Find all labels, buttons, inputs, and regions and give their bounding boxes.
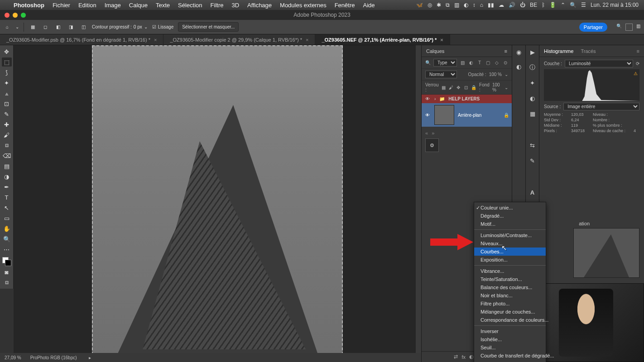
warning-icon[interactable]: ⚠ xyxy=(634,71,638,76)
search-icon[interactable]: 🔍 xyxy=(425,60,431,65)
filter-icon[interactable]: ◇ xyxy=(494,60,500,66)
chevron-right-icon[interactable]: ▸ xyxy=(89,355,91,360)
layer-item[interactable]: 👁 Arrière-plan 🔒 xyxy=(422,103,512,127)
menu-item[interactable]: Exposition... xyxy=(474,256,546,264)
chevron-down-icon[interactable]: ⌄ xyxy=(505,72,508,77)
menu-item[interactable]: Affichage xyxy=(247,2,272,9)
paths-tab[interactable]: Tracés xyxy=(581,48,596,54)
eraser-tool-icon[interactable]: ⌫ xyxy=(2,151,12,160)
marquee-tool-icon[interactable]: ▦ xyxy=(29,23,37,31)
menu-item[interactable]: Image xyxy=(105,2,121,9)
menu-item[interactable]: Edition xyxy=(78,2,96,9)
color-icon[interactable]: ◉ xyxy=(515,48,523,56)
dodge-tool-icon[interactable]: ◑ xyxy=(2,172,12,181)
battery-icon[interactable]: 🔋 xyxy=(549,2,556,8)
brush-tool-icon[interactable]: 🖌 xyxy=(2,130,12,139)
layer-group[interactable]: 👁 › 📁 HELP LAYERS xyxy=(422,95,512,103)
document-canvas[interactable] xyxy=(92,45,343,353)
info-icon[interactable]: ⓘ xyxy=(529,63,537,71)
close-icon[interactable]: × xyxy=(306,37,308,43)
navigation-tab-partial[interactable]: ation xyxy=(579,221,590,226)
status-icon[interactable]: ↕ xyxy=(473,2,476,8)
histogram-tab[interactable]: Histogramme xyxy=(544,48,573,54)
chevron-right-icon[interactable]: › xyxy=(434,96,436,101)
feather-value[interactable]: 0 px xyxy=(134,24,142,29)
hand-tool-icon[interactable]: ✋ xyxy=(2,224,12,233)
control-center-icon[interactable]: ☰ xyxy=(581,2,586,8)
healing-tool-icon[interactable]: ✚ xyxy=(2,120,12,129)
add-selection-icon[interactable]: ◧ xyxy=(54,23,62,31)
lock-artboard-icon[interactable]: ⊡ xyxy=(464,84,468,90)
character-icon[interactable]: A xyxy=(529,188,537,196)
menu-item[interactable]: Correspondance de couleurs... xyxy=(474,316,546,324)
lock-pixels-icon[interactable]: 🖌 xyxy=(449,84,453,90)
properties-icon[interactable]: ✦ xyxy=(529,79,537,87)
search-icon[interactable]: 🔍 xyxy=(570,2,577,8)
zoom-tool-icon[interactable]: 🔍 xyxy=(2,234,12,243)
filter-icon[interactable]: ◐ xyxy=(468,60,474,66)
eyedropper-tool-icon[interactable]: ✎ xyxy=(2,110,12,119)
workspace-icon[interactable] xyxy=(625,24,633,31)
fill-value[interactable]: 100 % xyxy=(492,82,502,92)
menu-item[interactable]: Courbes... xyxy=(474,248,546,256)
crop-tool-icon[interactable]: ⟁ xyxy=(2,89,12,98)
move-tool-icon[interactable]: ✥ xyxy=(2,47,12,56)
close-icon[interactable]: × xyxy=(154,37,157,43)
document-tab[interactable]: _OZ93605-Modifier copie 2 @ 29,9% (Calqu… xyxy=(163,34,315,45)
menu-item[interactable]: Texte xyxy=(156,2,170,9)
visibility-icon[interactable]: 👁 xyxy=(424,96,431,101)
app-name[interactable]: Photoshop xyxy=(14,2,44,9)
menu-item[interactable]: 3D xyxy=(231,2,239,9)
search-icon[interactable]: 🔍 xyxy=(616,24,622,31)
status-icon[interactable]: ▥ xyxy=(454,2,459,8)
menu-item[interactable]: Niveaux... xyxy=(474,239,546,248)
visibility-icon[interactable]: 👁 xyxy=(424,113,431,118)
adjustments-icon[interactable]: ⚙ xyxy=(425,138,439,152)
frame-tool-icon[interactable]: ⊡ xyxy=(2,99,12,108)
fx-icon[interactable]: fx xyxy=(461,354,466,360)
status-icon[interactable]: ⌂ xyxy=(480,2,483,8)
layer-thumbnail[interactable] xyxy=(434,105,454,125)
document-tab[interactable]: _OZ93605.NEF @ 27,1% (Arrière-plan, RVB/… xyxy=(315,34,450,45)
chevron-left-icon[interactable]: « xyxy=(425,130,428,136)
clone-icon[interactable]: ✎ xyxy=(529,157,537,165)
filter-type-select[interactable]: Type xyxy=(433,59,457,67)
more-tools-icon[interactable]: ⋯ xyxy=(2,245,12,254)
color-swatches[interactable] xyxy=(2,257,11,266)
status-icon[interactable]: ☁ xyxy=(499,2,504,8)
lasso-tool-icon[interactable]: ⟆ xyxy=(2,68,12,77)
status-icon[interactable]: ⏻ xyxy=(520,2,525,8)
layers-tab[interactable]: Calques xyxy=(426,48,444,54)
status-icon[interactable]: ✱ xyxy=(437,2,441,8)
caret-icon[interactable]: ⌄ xyxy=(15,24,19,29)
select-and-mask-button[interactable]: Sélectionner et masquer... xyxy=(178,22,239,32)
caret-icon[interactable]: ⌄ xyxy=(144,24,148,29)
panel-menu-icon[interactable]: ≡ xyxy=(505,48,507,54)
menu-item[interactable]: Correction sélective... xyxy=(474,360,546,362)
path-tool-icon[interactable]: ↖ xyxy=(2,203,12,212)
lock-trans-icon[interactable]: ▦ xyxy=(441,84,446,90)
subtract-selection-icon[interactable]: ◨ xyxy=(67,23,75,31)
filter-icon[interactable]: ▢ xyxy=(485,60,491,66)
type-tool-icon[interactable]: T xyxy=(2,193,12,202)
status-icon[interactable]: ▮▮ xyxy=(488,2,494,8)
gradient-tool-icon[interactable]: ▤ xyxy=(2,162,12,171)
intersect-selection-icon[interactable]: ◫ xyxy=(79,23,87,31)
screenmode-icon[interactable]: ⧈ xyxy=(2,278,12,287)
menu-item[interactable]: Teinte/Saturation... xyxy=(474,275,546,283)
filter-toggle-icon[interactable]: ⊙ xyxy=(502,60,508,66)
menu-item[interactable]: Motif... xyxy=(474,220,546,228)
status-icon[interactable]: 🦋 xyxy=(416,2,423,8)
workspace-switcher-icon[interactable]: ▥ xyxy=(636,24,640,31)
color-profile[interactable]: ProPhoto RGB (16bpc) xyxy=(30,355,77,360)
antialias-checkbox[interactable]: ☑ Lissage xyxy=(152,24,173,29)
wifi-icon[interactable]: ⌃ xyxy=(561,2,565,8)
stamp-tool-icon[interactable]: ⧈ xyxy=(2,141,12,150)
menu-item[interactable]: Inverser xyxy=(474,327,546,335)
new-selection-icon[interactable]: ◻ xyxy=(41,23,49,31)
status-icon[interactable]: ◎ xyxy=(428,2,432,8)
menu-item[interactable]: Noir et blanc... xyxy=(474,291,546,300)
clock[interactable]: Lun. 22 mai à 15:00 xyxy=(591,2,639,8)
shape-tool-icon[interactable]: ▭ xyxy=(2,214,12,223)
home-icon[interactable]: ⌂ xyxy=(4,24,11,31)
